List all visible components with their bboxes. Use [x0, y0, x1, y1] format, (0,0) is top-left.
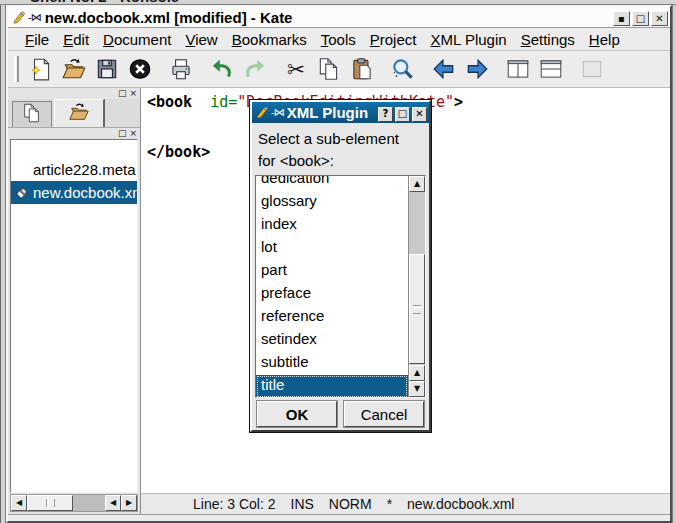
scrollbar-track[interactable]: [409, 192, 425, 365]
open-folder-button[interactable]: [58, 54, 89, 84]
close-document-button[interactable]: [124, 54, 155, 84]
forward-button[interactable]: [461, 54, 492, 84]
panel-dock-controls: □ ×: [8, 128, 140, 139]
sidebar-tab-filesystem-browser[interactable]: [54, 99, 104, 127]
redo-button[interactable]: [239, 54, 270, 84]
scrollbar-thumb[interactable]: [27, 495, 73, 511]
menu-xml-plugin[interactable]: XML Plugin: [423, 29, 513, 50]
help-button[interactable]: ?: [378, 107, 393, 122]
dock-close-icon[interactable]: ×: [129, 89, 137, 98]
paste-button[interactable]: [346, 54, 377, 84]
status-segment: INS: [291, 496, 314, 512]
sub-element-option[interactable]: reference: [256, 306, 408, 329]
sub-element-option[interactable]: title: [256, 375, 408, 397]
minimize-button[interactable]: ▪: [613, 11, 630, 26]
menu-file[interactable]: File: [18, 29, 56, 50]
paste-icon: [348, 56, 375, 82]
filesystem-browser-icon: [68, 101, 90, 127]
sub-element-option[interactable]: preface: [256, 283, 408, 306]
dock-close-icon[interactable]: ×: [129, 129, 137, 138]
save-button[interactable]: [91, 54, 122, 84]
status-segment: NORM: [329, 496, 372, 512]
scroll-up-button[interactable]: ▲: [409, 365, 425, 381]
dialog-title: XML Plugin: [287, 104, 376, 121]
sub-element-items: dedicationglossaryindexlotpartprefaceref…: [256, 175, 408, 397]
status-segment: Line: 3 Col: 2: [193, 496, 276, 512]
sub-element-option[interactable]: setindex: [256, 329, 408, 352]
cancel-button[interactable]: Cancel: [344, 401, 424, 427]
copy-icon: [315, 56, 342, 82]
file-item[interactable]: new.docbook.xml: [11, 181, 137, 204]
close-button[interactable]: ✕: [651, 11, 668, 26]
split-horizontal-icon: [537, 56, 564, 82]
kate-app-icon: [12, 10, 27, 25]
menu-project[interactable]: Project: [363, 29, 424, 50]
scrollbar-thumb[interactable]: [409, 254, 425, 364]
dock-restore-icon[interactable]: □: [118, 129, 127, 138]
sidebar-tab-documents[interactable]: [12, 101, 52, 127]
print-button[interactable]: [165, 54, 196, 84]
sub-element-option[interactable]: subtitle: [256, 352, 408, 375]
new-document-button[interactable]: [25, 54, 56, 84]
menu-edit[interactable]: Edit: [56, 29, 96, 50]
dialog-titlebar[interactable]: -⋈ XML Plugin ?□✕: [252, 102, 429, 123]
status-segment: new.docbook.xml: [407, 496, 514, 512]
svg-text:✂: ✂: [286, 57, 304, 82]
new-document-icon: [27, 56, 54, 82]
pin-icon: -⋈: [271, 106, 284, 119]
maximize-button[interactable]: □: [395, 107, 410, 122]
file-item[interactable]: article228.meta: [11, 158, 137, 181]
copy-button[interactable]: [313, 54, 344, 84]
file-name: new.docbook.xml: [33, 184, 137, 201]
file-name: article228.meta: [33, 161, 136, 178]
dialog-buttons: OK Cancel: [252, 398, 429, 430]
titlebar[interactable]: -⋈ new.docbook.xml [modified] - Kate ▪□✕: [8, 7, 670, 28]
scroll-down-button[interactable]: ▼: [409, 381, 425, 397]
menu-help[interactable]: Help: [582, 29, 627, 50]
dock-restore-icon[interactable]: □: [118, 89, 127, 98]
scroll-up-button[interactable]: ▲: [409, 176, 425, 192]
prompt-line-1: Select a sub-element: [258, 128, 423, 150]
close-current-view-icon: [578, 56, 605, 82]
menu-bookmarks[interactable]: Bookmarks: [225, 29, 314, 50]
save-icon: [93, 56, 120, 82]
menu-tools[interactable]: Tools: [314, 29, 363, 50]
undo-button[interactable]: [206, 54, 237, 84]
close-button[interactable]: ✕: [412, 107, 427, 122]
window-bottom-frame: [8, 514, 670, 521]
xml-plugin-dialog: -⋈ XML Plugin ?□✕ Select a sub-element f…: [250, 100, 431, 432]
cut-button[interactable]: ✂: [280, 54, 311, 84]
modified-floppy-icon: [13, 184, 33, 202]
maximize-button[interactable]: □: [632, 11, 649, 26]
dialog-controls: ?□✕: [376, 103, 427, 122]
split-vertical-button[interactable]: [502, 54, 533, 84]
sub-element-option[interactable]: part: [256, 260, 408, 283]
window-title: new.docbook.xml [modified] - Kate: [45, 9, 611, 26]
close-document-icon: [126, 56, 153, 82]
redo-icon: [241, 56, 268, 82]
ok-button[interactable]: OK: [257, 401, 337, 427]
print-icon: [167, 56, 194, 82]
pin-icon: -⋈: [28, 11, 41, 24]
menubar: FileEditDocumentViewBookmarksToolsProjec…: [8, 28, 670, 51]
menu-view[interactable]: View: [178, 29, 224, 50]
menu-settings[interactable]: Settings: [514, 29, 582, 50]
toolbar: ✂: [8, 51, 670, 88]
statusbar: Line: 3 Col: 2INSNORM*new.docbook.xml: [141, 493, 670, 514]
menu-document[interactable]: Document: [96, 29, 178, 50]
scrollbar-track[interactable]: [73, 495, 105, 511]
sub-element-option[interactable]: lot: [256, 237, 408, 260]
sub-element-list: dedicationglossaryindexlotpartprefaceref…: [255, 175, 426, 398]
find-button[interactable]: [387, 54, 418, 84]
sub-element-option[interactable]: dedication: [256, 175, 408, 191]
kate-window: -⋈ new.docbook.xml [modified] - Kate ▪□✕…: [6, 5, 672, 523]
prompt-line-2: for <book>:: [258, 150, 423, 172]
split-horizontal-button[interactable]: [535, 54, 566, 84]
toolbar-drag-handle[interactable]: [14, 56, 19, 82]
sub-element-option[interactable]: glossary: [256, 191, 408, 214]
scroll-left-button[interactable]: ◀: [105, 495, 121, 511]
sub-element-option[interactable]: index: [256, 214, 408, 237]
scroll-right-button[interactable]: ▶: [121, 495, 137, 511]
scroll-left-button[interactable]: ◀: [11, 495, 27, 511]
back-button[interactable]: [428, 54, 459, 84]
